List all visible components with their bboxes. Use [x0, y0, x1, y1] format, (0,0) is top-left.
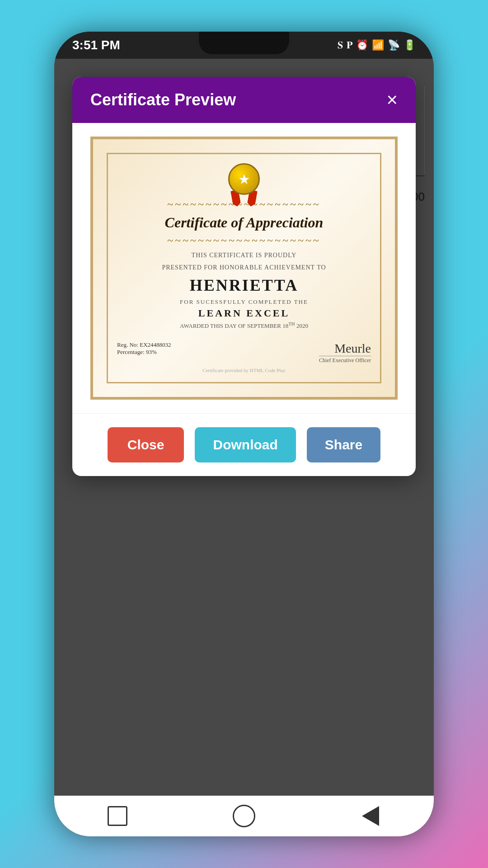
cert-course-name: LEARN EXCEL	[117, 307, 371, 319]
notch	[199, 32, 289, 54]
cert-percentage: Percentage: 93%	[117, 349, 171, 356]
medal-container: ★	[117, 163, 371, 195]
nav-square-icon	[108, 806, 127, 826]
modal-dialog: Certificate Preview ×	[72, 77, 416, 476]
cert-signature-container: Meurle Chief Executive Officer	[319, 341, 371, 364]
modal-download-btn[interactable]: Download	[195, 427, 296, 462]
skype-icon: 𝐒	[338, 39, 343, 51]
cert-watermark: Certificate provided by HTML Code Play	[117, 368, 371, 373]
modal-header: Certificate Preview ×	[72, 77, 416, 123]
modal-close-btn[interactable]: Close	[108, 427, 184, 462]
nav-recent-button[interactable]	[105, 804, 130, 829]
cert-footer: Reg. No: EX24488032 Percentage: 93% Meur…	[117, 337, 371, 364]
cert-reg-container: Reg. No: EX24488032 Percentage: 93%	[117, 341, 171, 364]
alarm-icon: ⏰	[356, 39, 368, 51]
modal-close-button[interactable]: ×	[386, 90, 398, 109]
medal-circle: ★	[228, 163, 260, 195]
battery-icon: 🔋	[404, 39, 416, 51]
cert-subtitle-line2: PRESENTED FOR HONORABLE ACHIEVEMENT TO	[117, 263, 371, 272]
modal-overlay: Certificate Preview ×	[54, 59, 434, 796]
modal-body: ★ ~~~~~~~~~~~~~~~~~~~~ Certificate of Ap…	[72, 123, 416, 413]
cert-sig-title: Chief Executive Officer	[319, 356, 371, 364]
medal-star-icon: ★	[238, 171, 250, 187]
cert-divider-mid: ~~~~~~~~~~~~~~~~~~~~	[117, 235, 371, 247]
signal-icon: 📶	[372, 39, 384, 51]
status-icons: 𝐒 𝐏 ⏰ 📶 📡 🔋	[338, 39, 416, 51]
bottom-nav	[54, 796, 434, 836]
modal-share-btn[interactable]: Share	[307, 427, 380, 462]
cert-divider-top: ~~~~~~~~~~~~~~~~~~~~	[117, 198, 371, 211]
modal-footer: Close Download Share	[72, 413, 416, 476]
cert-sig-name: Meurle	[319, 341, 371, 356]
cert-date: AWARDED THIS DAY OF SEPTEMBER 18TH 2020	[117, 321, 371, 330]
cert-completed-label: FOR SUCESSFULLY COMPLETED THE	[117, 298, 371, 306]
nav-home-button[interactable]	[232, 804, 257, 829]
cert-border: ★ ~~~~~~~~~~~~~~~~~~~~ Certificate of Ap…	[107, 153, 381, 383]
screen: Gold Diamond 0 25 50 75 100 Certificate …	[54, 59, 434, 796]
nav-triangle-icon	[362, 806, 379, 826]
cert-date-sup: TH	[288, 321, 295, 326]
cert-recipient-name: HENRIETTA	[117, 276, 371, 295]
cert-date-label: AWARDED THIS DAY OF SEPTEMBER 18	[180, 322, 288, 329]
cert-main-title: Certificate of Appreciation	[117, 214, 371, 231]
cert-subtitle-line1: THIS CERTIFICATE IS PROUDLY	[117, 250, 371, 260]
cert-date-year: 2020	[295, 322, 308, 329]
phone-frame: 3:51 PM 𝐒 𝐏 ⏰ 📶 📡 🔋 Gold Diamond 0 25	[54, 32, 434, 836]
nav-circle-icon	[233, 805, 255, 827]
modal-title: Certificate Preview	[90, 90, 236, 109]
nav-back-button[interactable]	[358, 804, 383, 829]
wifi-icon: 📡	[388, 39, 400, 51]
parking-icon: 𝐏	[347, 39, 352, 51]
status-time: 3:51 PM	[72, 38, 120, 52]
certificate: ★ ~~~~~~~~~~~~~~~~~~~~ Certificate of Ap…	[90, 137, 398, 400]
cert-reg-no: Reg. No: EX24488032	[117, 341, 171, 349]
